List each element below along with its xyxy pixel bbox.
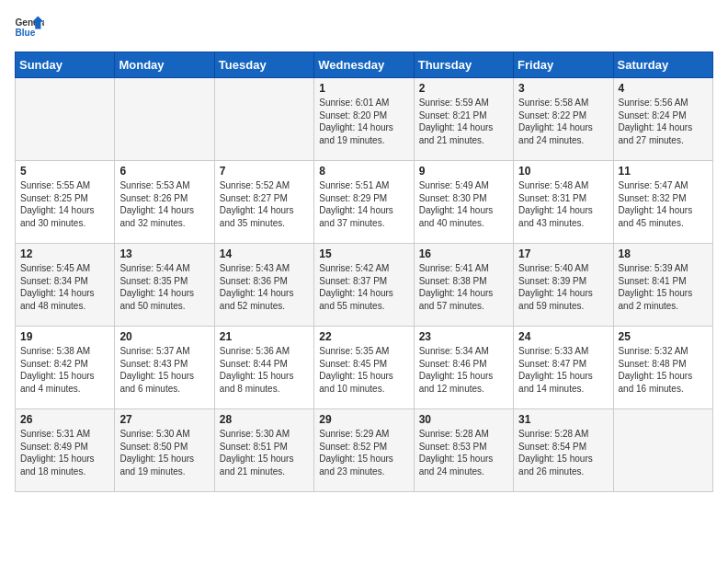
- calendar-cell-w4-d3: 22Sunrise: 5:35 AM Sunset: 8:45 PM Dayli…: [314, 327, 414, 409]
- calendar-cell-w4-d5: 24Sunrise: 5:33 AM Sunset: 8:47 PM Dayli…: [514, 327, 613, 409]
- cell-daylight-info: Sunrise: 5:30 AM Sunset: 8:51 PM Dayligh…: [220, 428, 309, 477]
- day-number: 1: [319, 82, 408, 95]
- day-number: 31: [518, 413, 608, 426]
- cell-daylight-info: Sunrise: 5:55 AM Sunset: 8:25 PM Dayligh…: [20, 179, 109, 229]
- header: General Blue: [15, 15, 713, 40]
- calendar-week-1: 1Sunrise: 6:01 AM Sunset: 8:20 PM Daylig…: [16, 78, 713, 161]
- day-number: 25: [619, 330, 708, 343]
- calendar-cell-w1-d4: 2Sunrise: 5:59 AM Sunset: 8:21 PM Daylig…: [414, 78, 513, 161]
- day-number: 21: [220, 330, 309, 343]
- calendar-cell-w2-d0: 5Sunrise: 5:55 AM Sunset: 8:25 PM Daylig…: [16, 161, 115, 244]
- cell-daylight-info: Sunrise: 5:51 AM Sunset: 8:29 PM Dayligh…: [319, 179, 408, 229]
- cell-daylight-info: Sunrise: 5:59 AM Sunset: 8:21 PM Dayligh…: [419, 97, 508, 146]
- calendar-cell-w1-d0: [16, 78, 115, 161]
- day-number: 6: [119, 165, 209, 178]
- calendar-cell-w5-d5: 31Sunrise: 5:28 AM Sunset: 8:54 PM Dayli…: [514, 409, 613, 492]
- day-number: 29: [319, 413, 408, 426]
- day-number: 12: [20, 247, 109, 260]
- svg-text:Blue: Blue: [15, 28, 35, 38]
- calendar-cell-w5-d0: 26Sunrise: 5:31 AM Sunset: 8:49 PM Dayli…: [16, 409, 115, 492]
- calendar-cell-w3-d1: 13Sunrise: 5:44 AM Sunset: 8:35 PM Dayli…: [115, 244, 214, 327]
- cell-daylight-info: Sunrise: 5:36 AM Sunset: 8:44 PM Dayligh…: [220, 345, 309, 395]
- day-number: 11: [619, 165, 708, 178]
- cell-daylight-info: Sunrise: 5:38 AM Sunset: 8:42 PM Dayligh…: [20, 345, 109, 395]
- day-number: 10: [518, 165, 608, 178]
- calendar-cell-w1-d2: [214, 78, 313, 161]
- cell-daylight-info: Sunrise: 5:58 AM Sunset: 8:22 PM Dayligh…: [518, 97, 608, 146]
- day-number: 22: [319, 330, 408, 343]
- day-number: 9: [419, 165, 508, 178]
- calendar-cell-w1-d3: 1Sunrise: 6:01 AM Sunset: 8:20 PM Daylig…: [314, 78, 414, 161]
- calendar-cell-w2-d3: 8Sunrise: 5:51 AM Sunset: 8:29 PM Daylig…: [314, 161, 414, 244]
- day-number: 5: [20, 165, 109, 178]
- calendar-week-2: 5Sunrise: 5:55 AM Sunset: 8:25 PM Daylig…: [16, 161, 713, 244]
- cell-daylight-info: Sunrise: 5:56 AM Sunset: 8:24 PM Dayligh…: [619, 97, 708, 146]
- calendar-cell-w4-d0: 19Sunrise: 5:38 AM Sunset: 8:42 PM Dayli…: [16, 327, 115, 409]
- cell-daylight-info: Sunrise: 5:41 AM Sunset: 8:38 PM Dayligh…: [419, 262, 508, 312]
- day-number: 18: [619, 247, 708, 260]
- calendar-cell-w4-d2: 21Sunrise: 5:36 AM Sunset: 8:44 PM Dayli…: [214, 327, 313, 409]
- calendar-cell-w3-d4: 16Sunrise: 5:41 AM Sunset: 8:38 PM Dayli…: [414, 244, 513, 327]
- cell-daylight-info: Sunrise: 5:42 AM Sunset: 8:37 PM Dayligh…: [319, 262, 408, 312]
- cell-daylight-info: Sunrise: 5:43 AM Sunset: 8:36 PM Dayligh…: [220, 262, 309, 312]
- day-number: 13: [119, 247, 209, 260]
- cell-daylight-info: Sunrise: 5:53 AM Sunset: 8:26 PM Dayligh…: [119, 179, 209, 229]
- calendar-cell-w4-d4: 23Sunrise: 5:34 AM Sunset: 8:46 PM Dayli…: [414, 327, 513, 409]
- cell-daylight-info: Sunrise: 5:34 AM Sunset: 8:46 PM Dayligh…: [419, 345, 508, 395]
- calendar-cell-w5-d3: 29Sunrise: 5:29 AM Sunset: 8:52 PM Dayli…: [314, 409, 414, 492]
- cell-daylight-info: Sunrise: 5:28 AM Sunset: 8:54 PM Dayligh…: [518, 428, 608, 477]
- cell-daylight-info: Sunrise: 5:37 AM Sunset: 8:43 PM Dayligh…: [119, 345, 209, 395]
- calendar-cell-w3-d6: 18Sunrise: 5:39 AM Sunset: 8:41 PM Dayli…: [613, 244, 712, 327]
- day-number: 15: [319, 247, 408, 260]
- calendar-cell-w3-d0: 12Sunrise: 5:45 AM Sunset: 8:34 PM Dayli…: [16, 244, 115, 327]
- calendar-cell-w2-d6: 11Sunrise: 5:47 AM Sunset: 8:32 PM Dayli…: [613, 161, 712, 244]
- day-number: 30: [419, 413, 508, 426]
- calendar-cell-w1-d6: 4Sunrise: 5:56 AM Sunset: 8:24 PM Daylig…: [613, 78, 712, 161]
- header-tuesday: Tuesday: [214, 52, 313, 78]
- header-thursday: Thursday: [414, 52, 513, 78]
- cell-daylight-info: Sunrise: 5:49 AM Sunset: 8:30 PM Dayligh…: [419, 179, 508, 229]
- calendar-cell-w1-d1: [115, 78, 214, 161]
- cell-daylight-info: Sunrise: 5:39 AM Sunset: 8:41 PM Dayligh…: [619, 262, 708, 312]
- calendar-cell-w1-d5: 3Sunrise: 5:58 AM Sunset: 8:22 PM Daylig…: [514, 78, 613, 161]
- calendar-cell-w3-d2: 14Sunrise: 5:43 AM Sunset: 8:36 PM Dayli…: [214, 244, 313, 327]
- day-number: 8: [319, 165, 408, 178]
- day-number: 27: [119, 413, 209, 426]
- day-number: 19: [20, 330, 109, 343]
- calendar-week-3: 12Sunrise: 5:45 AM Sunset: 8:34 PM Dayli…: [16, 244, 713, 327]
- day-number: 7: [220, 165, 309, 178]
- day-number: 17: [518, 247, 608, 260]
- cell-daylight-info: Sunrise: 5:33 AM Sunset: 8:47 PM Dayligh…: [518, 345, 608, 395]
- cell-daylight-info: Sunrise: 6:01 AM Sunset: 8:20 PM Dayligh…: [319, 97, 408, 146]
- calendar-cell-w2-d4: 9Sunrise: 5:49 AM Sunset: 8:30 PM Daylig…: [414, 161, 513, 244]
- calendar-cell-w2-d5: 10Sunrise: 5:48 AM Sunset: 8:31 PM Dayli…: [514, 161, 613, 244]
- cell-daylight-info: Sunrise: 5:28 AM Sunset: 8:53 PM Dayligh…: [419, 428, 508, 477]
- calendar-cell-w3-d3: 15Sunrise: 5:42 AM Sunset: 8:37 PM Dayli…: [314, 244, 414, 327]
- day-number: 2: [419, 82, 508, 95]
- cell-daylight-info: Sunrise: 5:47 AM Sunset: 8:32 PM Dayligh…: [619, 179, 708, 229]
- calendar-cell-w5-d2: 28Sunrise: 5:30 AM Sunset: 8:51 PM Dayli…: [214, 409, 313, 492]
- calendar-week-5: 26Sunrise: 5:31 AM Sunset: 8:49 PM Dayli…: [16, 409, 713, 492]
- day-number: 28: [220, 413, 309, 426]
- cell-daylight-info: Sunrise: 5:31 AM Sunset: 8:49 PM Dayligh…: [20, 428, 109, 477]
- logo: General Blue: [15, 15, 44, 40]
- day-number: 14: [220, 247, 309, 260]
- calendar-cell-w5-d4: 30Sunrise: 5:28 AM Sunset: 8:53 PM Dayli…: [414, 409, 513, 492]
- calendar-cell-w2-d2: 7Sunrise: 5:52 AM Sunset: 8:27 PM Daylig…: [214, 161, 313, 244]
- cell-daylight-info: Sunrise: 5:52 AM Sunset: 8:27 PM Dayligh…: [220, 179, 309, 229]
- generalblue-logo-icon: General Blue: [15, 15, 44, 40]
- header-friday: Friday: [514, 52, 613, 78]
- cell-daylight-info: Sunrise: 5:44 AM Sunset: 8:35 PM Dayligh…: [119, 262, 209, 312]
- calendar-table: SundayMondayTuesdayWednesdayThursdayFrid…: [15, 52, 713, 492]
- day-number: 3: [518, 82, 608, 95]
- calendar-cell-w4-d6: 25Sunrise: 5:32 AM Sunset: 8:48 PM Dayli…: [613, 327, 712, 409]
- calendar-cell-w5-d6: [613, 409, 712, 492]
- calendar-cell-w5-d1: 27Sunrise: 5:30 AM Sunset: 8:50 PM Dayli…: [115, 409, 214, 492]
- calendar-week-4: 19Sunrise: 5:38 AM Sunset: 8:42 PM Dayli…: [16, 327, 713, 409]
- cell-daylight-info: Sunrise: 5:30 AM Sunset: 8:50 PM Dayligh…: [119, 428, 209, 477]
- cell-daylight-info: Sunrise: 5:48 AM Sunset: 8:31 PM Dayligh…: [518, 179, 608, 229]
- header-wednesday: Wednesday: [314, 52, 414, 78]
- cell-daylight-info: Sunrise: 5:32 AM Sunset: 8:48 PM Dayligh…: [619, 345, 708, 395]
- calendar-cell-w2-d1: 6Sunrise: 5:53 AM Sunset: 8:26 PM Daylig…: [115, 161, 214, 244]
- cell-daylight-info: Sunrise: 5:40 AM Sunset: 8:39 PM Dayligh…: [518, 262, 608, 312]
